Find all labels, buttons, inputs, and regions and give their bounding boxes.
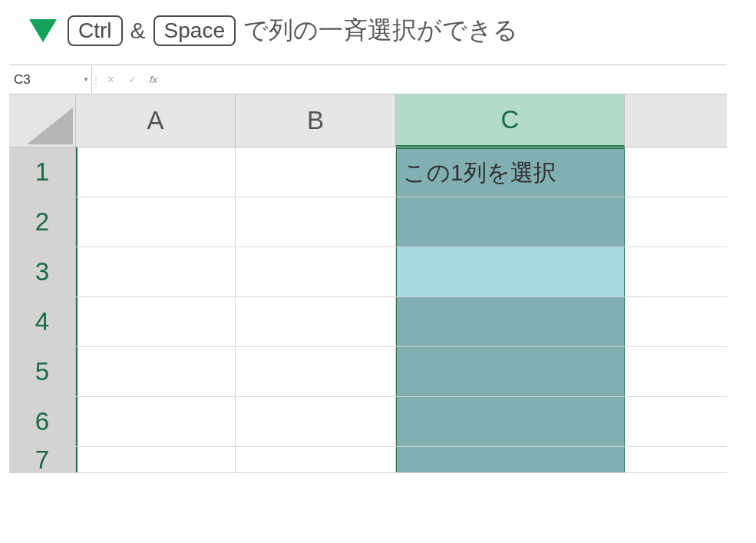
formula-buttons: ✕ ✓ fx xyxy=(100,65,164,94)
cell-B3[interactable] xyxy=(236,247,396,296)
cell-D3[interactable] xyxy=(625,247,727,296)
chevron-down-icon[interactable]: ▼ xyxy=(81,76,91,83)
row-7: 7 xyxy=(9,447,727,473)
cell-A1[interactable] xyxy=(76,147,236,197)
confirm-icon[interactable]: ✓ xyxy=(121,74,143,85)
row-1: 1 この1列を選択 xyxy=(9,147,727,197)
cell-B5[interactable] xyxy=(236,347,396,396)
row-header-4[interactable]: 4 xyxy=(9,297,76,346)
cell-C6[interactable] xyxy=(396,397,625,446)
cell-D1[interactable] xyxy=(625,147,727,197)
row-5: 5 xyxy=(9,347,727,397)
cell-C4[interactable] xyxy=(396,297,625,346)
name-box[interactable]: C3 ▼ xyxy=(9,65,92,94)
cell-B7[interactable] xyxy=(236,447,396,472)
cell-D4[interactable] xyxy=(625,297,727,346)
cell-D5[interactable] xyxy=(625,347,727,396)
column-header-A[interactable]: A xyxy=(76,94,236,147)
fx-icon[interactable]: fx xyxy=(143,74,164,85)
formula-input[interactable] xyxy=(164,65,727,94)
cell-C1[interactable]: この1列を選択 xyxy=(396,147,625,197)
column-header-B[interactable]: B xyxy=(236,94,396,147)
instruction-text: で列の一斉選択ができる xyxy=(243,14,518,48)
cell-B4[interactable] xyxy=(236,297,396,346)
separator: ⋮ xyxy=(92,65,100,94)
cell-C3[interactable] xyxy=(396,247,625,296)
instruction-label: Ctrl & Space で列の一斉選択ができる xyxy=(0,0,756,58)
select-all-corner[interactable] xyxy=(9,94,76,147)
column-headers: A B C xyxy=(9,94,727,147)
cell-B6[interactable] xyxy=(236,397,396,446)
row-header-2[interactable]: 2 xyxy=(9,197,76,247)
cell-A6[interactable] xyxy=(76,397,236,446)
row-6: 6 xyxy=(9,397,727,447)
cell-A2[interactable] xyxy=(76,197,236,247)
cell-A5[interactable] xyxy=(76,347,236,396)
row-2: 2 xyxy=(9,197,727,247)
row-header-6[interactable]: 6 xyxy=(9,397,76,446)
cell-C2[interactable] xyxy=(396,197,625,247)
column-header-D[interactable] xyxy=(625,94,727,147)
row-4: 4 xyxy=(9,297,727,347)
key-space: Space xyxy=(154,15,236,46)
triangle-down-icon xyxy=(29,19,57,42)
cell-A4[interactable] xyxy=(76,297,236,346)
column-header-C[interactable]: C xyxy=(396,94,625,147)
ampersand: & xyxy=(130,18,146,44)
formula-bar-row: C3 ▼ ⋮ ✕ ✓ fx xyxy=(9,65,727,94)
cell-D6[interactable] xyxy=(625,397,727,446)
row-header-5[interactable]: 5 xyxy=(9,347,76,396)
cancel-icon[interactable]: ✕ xyxy=(100,74,121,85)
spreadsheet: C3 ▼ ⋮ ✕ ✓ fx A B C 1 この1列を選択 2 xyxy=(9,65,727,473)
row-3: 3 xyxy=(9,247,727,297)
grid: A B C 1 この1列を選択 2 3 4 xyxy=(9,94,727,473)
name-box-value: C3 xyxy=(9,72,81,88)
row-header-7[interactable]: 7 xyxy=(9,447,76,472)
row-header-3[interactable]: 3 xyxy=(9,247,76,296)
cell-D7[interactable] xyxy=(625,447,727,472)
cell-C7[interactable] xyxy=(396,447,625,472)
cell-C5[interactable] xyxy=(396,347,625,396)
row-header-1[interactable]: 1 xyxy=(9,147,76,197)
cell-B2[interactable] xyxy=(236,197,396,247)
cell-A3[interactable] xyxy=(76,247,236,296)
cell-B1[interactable] xyxy=(236,147,396,197)
cell-D2[interactable] xyxy=(625,197,727,247)
key-ctrl: Ctrl xyxy=(68,15,123,46)
cell-A7[interactable] xyxy=(76,447,236,472)
